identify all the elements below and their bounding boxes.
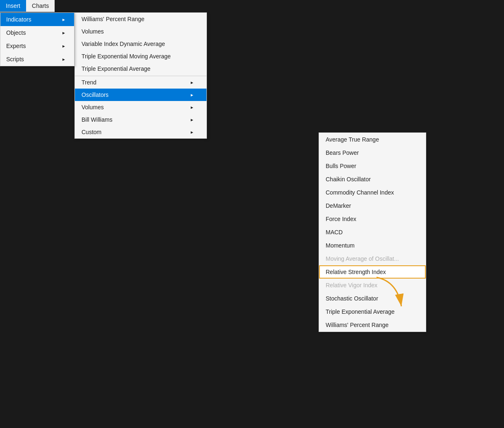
menu-bar: Insert Charts <box>0 0 55 12</box>
dropdown-indicators: Williams' Percent Range Volumes Variable… <box>74 12 207 139</box>
menu-item-momentum[interactable]: Momentum <box>319 239 426 252</box>
menu-item-scripts[interactable]: Scripts ► <box>0 53 74 66</box>
menu-item-bulls-power[interactable]: Bulls Power <box>319 159 426 173</box>
menu-item-macd[interactable]: MACD <box>319 226 426 239</box>
submenu-arrow-experts: ► <box>62 44 66 48</box>
submenu-arrow-volumes: ► <box>190 105 194 110</box>
submenu-arrow-scripts: ► <box>62 57 66 62</box>
menu-item-volumes-top[interactable]: Volumes <box>75 25 206 38</box>
rsi-arrow-annotation <box>364 273 426 324</box>
menu-item-vidya[interactable]: Variable Index Dynamic Average <box>75 38 206 50</box>
menu-item-indicators[interactable]: Indicators ► <box>0 13 74 26</box>
submenu-arrow-custom: ► <box>190 130 194 135</box>
menu-item-moving-avg-osc[interactable]: Moving Average of Oscillat... <box>319 252 426 265</box>
menu-item-trix[interactable]: Triple Exponential Average <box>75 63 206 75</box>
arrow-svg <box>364 273 426 323</box>
submenu-arrow-oscillators: ► <box>190 93 194 97</box>
menu-item-experts[interactable]: Experts ► <box>0 39 74 53</box>
submenu-arrow-bill-williams: ► <box>190 118 194 122</box>
menu-charts[interactable]: Charts <box>26 0 55 12</box>
menu-item-oscillators[interactable]: Oscillators ► <box>75 89 206 101</box>
submenu-arrow-trend: ► <box>190 80 194 85</box>
menu-item-bill-williams[interactable]: Bill Williams ► <box>75 113 206 126</box>
menu-item-bears-power[interactable]: Bears Power <box>319 146 426 159</box>
menu-item-tema[interactable]: Triple Exponential Moving Average <box>75 50 206 63</box>
menu-item-trend[interactable]: Trend ► <box>75 76 206 89</box>
menu-item-williams-percent-range[interactable]: Williams' Percent Range <box>75 13 206 25</box>
menu-item-objects[interactable]: Objects ► <box>0 26 74 39</box>
menu-item-chaikin[interactable]: Chaikin Oscillator <box>319 173 426 186</box>
menu-insert[interactable]: Insert <box>0 0 26 12</box>
dropdown-insert: Indicators ► Objects ► Experts ► Scripts… <box>0 12 74 66</box>
menu-item-custom[interactable]: Custom ► <box>75 126 206 138</box>
menu-item-atr[interactable]: Average True Range <box>319 133 426 146</box>
menu-item-demarker[interactable]: DeMarker <box>319 199 426 212</box>
menu-item-volumes[interactable]: Volumes ► <box>75 101 206 113</box>
menu-item-cci[interactable]: Commodity Channel Index <box>319 186 426 199</box>
submenu-arrow-indicators: ► <box>62 17 66 22</box>
submenu-arrow-objects: ► <box>62 31 66 35</box>
menu-item-force-index[interactable]: Force Index <box>319 212 426 226</box>
